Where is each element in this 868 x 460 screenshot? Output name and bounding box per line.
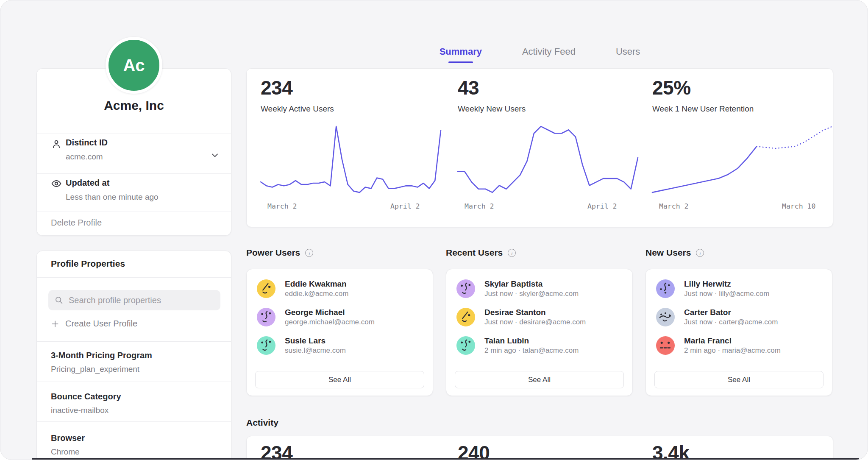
summary-card: 234 Weekly Active Users March 2 April 2 …: [246, 68, 833, 227]
tab-activity-feed[interactable]: Activity Feed: [522, 46, 576, 63]
x-axis-start-label: March 2: [465, 202, 494, 210]
user-avatar: [456, 279, 475, 298]
property-value: inactive-mailbox: [51, 406, 108, 415]
user-row[interactable]: Eddie Kwakman eddie.k@acme.com: [257, 279, 423, 299]
user-row[interactable]: George Michael george.michael@acme.com: [257, 307, 423, 327]
activity-value: 234: [261, 441, 292, 460]
divider: [37, 382, 231, 382]
user-row[interactable]: Maria Franci 2 min ago · maria@acme.com: [656, 335, 822, 356]
x-axis-start-label: March 2: [267, 202, 297, 210]
stat-label: Weekly New Users: [458, 104, 526, 114]
see-all-button[interactable]: See All: [455, 371, 624, 388]
stat-weekly-new-users: 43 Weekly New Users March 2 April 2: [458, 69, 638, 227]
section-title: Power Users: [246, 248, 300, 258]
section-header: Power Users: [246, 248, 313, 258]
property-name: 3-Month Pricing Program: [51, 351, 152, 360]
section-header: Recent Users: [446, 248, 516, 258]
info-icon[interactable]: [696, 249, 704, 257]
user-name: Lilly Herwitz: [684, 279, 769, 290]
user-detail: 2 min ago · talan@acme.com: [484, 346, 579, 356]
search-profile-properties: [48, 290, 220, 310]
property-name: Bounce Category: [51, 392, 121, 401]
user-detail: Just now · lilly@acme.com: [684, 289, 769, 299]
sidebar: Ac Acme, Inc Distinct ID acme.com: [36, 0, 231, 460]
user-name: Carter Bator: [684, 307, 778, 318]
tab-users-label: Users: [616, 46, 640, 57]
stat-label: Week 1 New User Retention: [652, 104, 754, 114]
divider: [37, 341, 231, 342]
divider: [37, 277, 231, 278]
x-axis-end-label: March 10: [782, 202, 815, 210]
user-avatar: [456, 336, 475, 355]
user-name: Desirae Stanton: [484, 307, 586, 318]
section-header: New Users: [645, 248, 704, 258]
tab-activity-feed-label: Activity Feed: [522, 46, 576, 57]
tab-bar: Summary Activity Feed Users: [246, 46, 833, 63]
user-avatar: [656, 336, 675, 355]
user-row[interactable]: Talan Lubin 2 min ago · talan@acme.com: [456, 335, 622, 356]
divider: [37, 421, 231, 422]
info-icon[interactable]: [508, 249, 516, 257]
user-detail: susie.l@acme.com: [285, 346, 346, 356]
user-name: Maria Franci: [684, 335, 781, 346]
search-input[interactable]: [68, 295, 214, 306]
weekly-new-users-sparkline: [458, 123, 638, 196]
property-value: Pricing_plan_experiment: [51, 365, 139, 374]
divider: [37, 134, 231, 134]
plus-icon: [51, 320, 59, 328]
user-name: Susie Lars: [285, 335, 346, 346]
user-row[interactable]: Susie Lars susie.l@acme.com: [257, 335, 423, 356]
new-users-card: Lilly Herwitz Just now · lilly@acme.com …: [645, 269, 832, 396]
app-frame: Ac Acme, Inc Distinct ID acme.com: [0, 0, 868, 460]
person-icon: [51, 139, 62, 150]
activity-value: 240: [458, 441, 490, 460]
user-detail: Just now · desirare@acme.com: [484, 318, 586, 327]
create-user-profile-label: Create User Profile: [65, 319, 137, 329]
section-title: Recent Users: [446, 248, 503, 258]
user-name: George Michael: [285, 307, 375, 318]
info-icon[interactable]: [305, 249, 313, 257]
stat-value: 234: [261, 76, 292, 99]
tab-users[interactable]: Users: [616, 46, 640, 63]
company-name: Acme, Inc: [37, 98, 231, 113]
user-detail: Just now · skyler@acme.com: [484, 289, 579, 299]
user-row[interactable]: Desirae Stanton Just now · desirare@acme…: [456, 307, 622, 327]
stat-label: Weekly Active Users: [261, 104, 334, 114]
updated-at-value: Less than one minute ago: [66, 192, 159, 202]
user-avatar: [656, 279, 675, 298]
stat-value: 43: [458, 76, 479, 99]
user-name: Talan Lubin: [484, 335, 579, 346]
distinct-id-label: Distinct ID: [66, 138, 108, 148]
create-user-profile-button[interactable]: Create User Profile: [51, 319, 137, 329]
user-avatar: [257, 336, 275, 355]
company-avatar-initials: Ac: [123, 56, 145, 75]
user-avatar: [456, 308, 475, 326]
chevron-down-icon[interactable]: [210, 150, 220, 160]
stat-value: 25%: [652, 76, 691, 99]
activity-title: Activity: [246, 418, 278, 428]
section-title: New Users: [645, 248, 691, 258]
user-row[interactable]: Carter Bator Just now · carter@acme.com: [656, 307, 822, 327]
property-name: Browser: [51, 433, 85, 443]
recent-users-card: Skylar Baptista Just now · skyler@acme.c…: [446, 269, 633, 396]
weekly-active-users-sparkline: [261, 123, 441, 196]
user-detail: Just now · carter@acme.com: [684, 318, 778, 327]
user-row[interactable]: Lilly Herwitz Just now · lilly@acme.com: [656, 279, 822, 299]
see-all-button[interactable]: See All: [255, 371, 424, 388]
x-axis-start-label: March 2: [659, 202, 689, 210]
tab-summary-label: Summary: [440, 46, 482, 57]
see-all-button[interactable]: See All: [654, 371, 823, 388]
profile-properties-title: Profile Properties: [51, 259, 125, 269]
delete-profile-button[interactable]: Delete Profile: [51, 218, 102, 228]
user-detail: 2 min ago · maria@acme.com: [684, 346, 781, 356]
tab-summary[interactable]: Summary: [440, 46, 482, 63]
stat-weekly-active-users: 234 Weekly Active Users March 2 April 2: [261, 69, 441, 227]
user-row[interactable]: Skylar Baptista Just now · skyler@acme.c…: [456, 279, 622, 299]
x-axis-end-label: April 2: [587, 202, 617, 210]
user-avatar: [257, 279, 275, 298]
user-name: Skylar Baptista: [484, 279, 579, 290]
stat-week1-retention: 25% Week 1 New User Retention March 2 Ma…: [652, 69, 832, 227]
window-bottom-edge: [32, 458, 859, 460]
active-tab-underline: [448, 61, 473, 63]
user-avatar: [257, 308, 275, 326]
